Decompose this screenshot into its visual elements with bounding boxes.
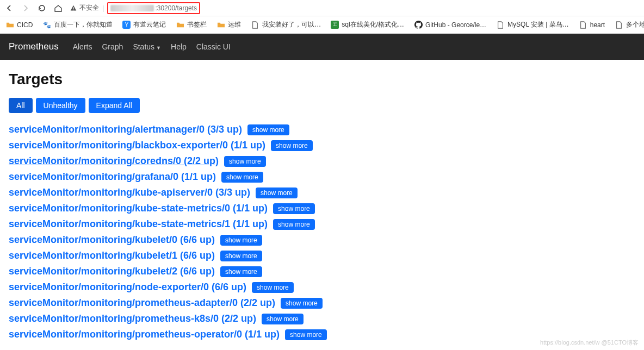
target-link[interactable]: serviceMonitor/monitoring/prometheus-ope… [9,329,280,340]
home-icon [54,4,63,12]
target-link[interactable]: serviceMonitor/monitoring/kubelet/1 (6/6… [9,250,215,261]
bookmark-label: sql在线美化/格式化… [342,20,404,29]
target-row: serviceMonitor/monitoring/kubelet/2 (6/6… [9,266,635,277]
show-more-button[interactable]: show more [220,235,262,246]
browser-toolbar: 不安全 | :30200/targets [0,0,644,16]
bookmark-item[interactable]: GitHub - Georce/le… [414,21,486,29]
bookmark-item[interactable]: 多个地点ping[159.1… [615,20,644,29]
target-link[interactable]: serviceMonitor/monitoring/alertmanager/0… [9,124,242,135]
bookmark-label: 百度一下，你就知道 [54,20,113,29]
target-link[interactable]: serviceMonitor/monitoring/kubelet/0 (6/6… [9,234,215,246]
target-row: serviceMonitor/monitoring/grafana/0 (1/1… [9,171,635,183]
expand-all-button[interactable]: Expand All [89,98,140,113]
show-more-button[interactable]: show more [256,188,298,198]
nav-link-classic-ui[interactable]: Classic UI [196,42,231,51]
filter-unhealthy-button[interactable]: Unhealthy [36,98,85,113]
target-row: serviceMonitor/monitoring/alertmanager/0… [9,124,635,135]
target-row: serviceMonitor/monitoring/kube-apiserver… [9,187,635,198]
show-more-button[interactable]: show more [220,266,262,277]
address-bar[interactable]: 不安全 | :30200/targets [70,2,640,14]
sql-icon: 工 [331,21,339,29]
show-more-button[interactable]: show more [285,329,327,340]
page-icon [496,21,505,29]
target-link[interactable]: serviceMonitor/monitoring/kube-apiserver… [9,187,250,198]
bookmark-item[interactable]: 书签栏 [176,20,207,29]
folder-icon [176,21,184,29]
home-button[interactable] [53,3,63,13]
show-more-button[interactable]: show more [273,203,315,214]
target-row: serviceMonitor/monitoring/coredns/0 (2/2… [9,155,635,167]
show-more-button[interactable]: show more [271,140,313,151]
target-row: serviceMonitor/monitoring/prometheus-k8s… [9,313,635,324]
show-more-button[interactable]: show more [281,298,323,309]
page-icon [579,21,587,29]
bookmark-label: 运维 [228,20,241,29]
folder-icon [216,21,225,29]
github-icon [414,21,423,29]
show-more-button[interactable]: show more [220,251,262,261]
bookmark-label: 我安装好了，可以… [262,20,321,29]
filter-all-button[interactable]: All [9,98,33,113]
bookmark-label: 有道云笔记 [133,20,166,29]
target-link[interactable]: serviceMonitor/monitoring/kube-state-met… [9,218,268,230]
page-content: Targets All Unhealthy Expand All service… [0,60,644,350]
svg-rect-0 [73,7,73,9]
reload-icon [38,4,46,12]
show-more-button[interactable]: show more [273,219,315,230]
insecure-badge: 不安全 [70,3,99,12]
target-link[interactable]: serviceMonitor/monitoring/kube-state-met… [9,203,268,214]
show-more-button[interactable]: show more [221,172,263,183]
chevron-down-icon: ▼ [156,45,161,51]
nav-link-alerts[interactable]: Alerts [73,42,92,51]
nav-link-graph[interactable]: Graph [102,42,123,51]
bookmark-label: heart [590,21,605,29]
show-more-button[interactable]: show more [247,124,289,135]
youdao-icon: Y [122,21,131,29]
targets-list: serviceMonitor/monitoring/alertmanager/0… [9,124,635,340]
target-link[interactable]: serviceMonitor/monitoring/grafana/0 (1/1… [9,171,216,183]
bookmark-item[interactable]: 🐾百度一下，你就知道 [42,20,113,29]
target-link[interactable]: serviceMonitor/monitoring/node-exporter/… [9,282,246,293]
bookmark-item[interactable]: 运维 [216,20,241,29]
prometheus-navbar: Prometheus AlertsGraphStatus▼HelpClassic… [0,34,644,60]
bookmark-label: GitHub - Georce/le… [425,21,486,29]
target-row: serviceMonitor/monitoring/node-exporter/… [9,282,635,293]
arrow-right-icon [21,4,30,12]
bookmark-item[interactable]: MySQL 安装 | 菜鸟… [496,20,569,29]
target-row: serviceMonitor/monitoring/prometheus-ada… [9,297,635,309]
back-button[interactable] [4,3,14,13]
reload-button[interactable] [37,3,47,13]
target-link[interactable]: serviceMonitor/monitoring/prometheus-ada… [9,297,275,309]
show-more-button[interactable]: show more [224,156,266,167]
bookmark-item[interactable]: 工sql在线美化/格式化… [331,20,404,29]
bookmark-item[interactable]: Y有道云笔记 [122,20,166,29]
bookmarks-bar: CICD🐾百度一下，你就知道Y有道云笔记书签栏运维我安装好了，可以…工sql在线… [0,16,644,34]
show-more-button[interactable]: show more [252,282,294,293]
page-icon [251,21,259,29]
arrow-left-icon [5,4,14,12]
target-link[interactable]: serviceMonitor/monitoring/kubelet/2 (6/6… [9,266,215,277]
nav-link-status[interactable]: Status▼ [133,42,161,51]
target-link[interactable]: serviceMonitor/monitoring/coredns/0 (2/2… [9,155,219,167]
filter-buttons: All Unhealthy Expand All [9,98,635,113]
show-more-button[interactable]: show more [262,314,304,324]
bookmark-item[interactable]: 我安装好了，可以… [251,20,321,29]
blurred-host [110,5,154,11]
brand[interactable]: Prometheus [9,41,59,52]
bookmark-item[interactable]: heart [579,21,605,29]
nav-link-help[interactable]: Help [171,42,187,51]
target-row: serviceMonitor/monitoring/kube-state-met… [9,218,635,230]
watermark: https://blog.csdn.net/w @51CTO博客 [540,339,639,347]
target-link[interactable]: serviceMonitor/monitoring/blackbox-expor… [9,140,265,151]
svg-rect-1 [73,9,73,10]
forward-button[interactable] [21,3,30,13]
bookmark-item[interactable]: CICD [5,21,33,29]
bookmark-label: CICD [17,21,33,29]
url-text: :30200/targets [107,2,200,14]
url-visible: :30200/targets [155,4,197,12]
page-title: Targets [9,71,635,88]
bookmark-label: 书签栏 [187,20,207,29]
baidu-icon: 🐾 [42,21,51,29]
folder-icon [5,21,14,29]
target-link[interactable]: serviceMonitor/monitoring/prometheus-k8s… [9,313,256,324]
